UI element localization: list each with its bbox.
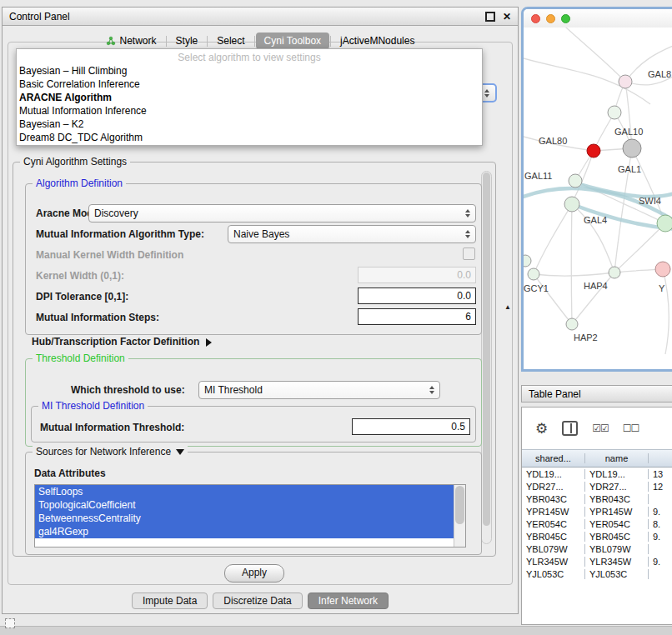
cell-shared-name: YLR345W xyxy=(522,557,585,567)
mi-steps-input[interactable] xyxy=(358,308,476,325)
sources-legend[interactable]: Sources for Network Inference xyxy=(33,446,188,458)
mi-steps-label: Mutual Information Steps: xyxy=(36,312,159,323)
table-row[interactable]: YBR043CYBR043C xyxy=(522,492,672,505)
apply-button[interactable]: Apply xyxy=(224,564,284,582)
table-panel-titlebar[interactable]: Table Panel xyxy=(521,385,672,402)
tab-bar: NetworkStyleSelectCyni ToolboxjActiveMNo… xyxy=(3,32,518,50)
attribute-item-topologicalcoefficient[interactable]: TopologicalCoefficient xyxy=(35,498,454,512)
hub-section-toggle[interactable]: Hub/Transcription Factor Definition xyxy=(32,336,212,348)
network-window-titlebar[interactable] xyxy=(524,9,672,28)
deselect-all-checkboxes-icon[interactable]: ☐☐ xyxy=(623,422,639,434)
algorithm-option-bayesian-k2[interactable]: Bayesian – K2 xyxy=(17,118,482,131)
data-attributes-list-items: SelfLoopsTopologicalCoefficientBetweenne… xyxy=(35,485,454,538)
network-node-hap2[interactable] xyxy=(566,318,578,330)
network-node-red[interactable] xyxy=(587,144,600,158)
table-row[interactable]: YJL053CYJL053C xyxy=(522,568,672,580)
table-row[interactable]: YDR27...YDR27...12 xyxy=(522,480,672,492)
bottom-tab-impute-data[interactable]: Impute Data xyxy=(132,592,208,609)
network-node-gcy1[interactable] xyxy=(528,268,539,280)
control-panel-title: Control Panel xyxy=(9,11,70,22)
table-header: shared... name xyxy=(522,449,672,468)
cell-extra: 8. xyxy=(649,519,672,529)
combo-arrows-icon xyxy=(465,209,470,218)
algorithm-option-dream8-dc-tdc-algorithm[interactable]: Dream8 DC_TDC Algorithm xyxy=(17,131,482,144)
which-threshold-select[interactable]: MI Threshold xyxy=(198,381,440,399)
split-handle-icon[interactable]: ▲ xyxy=(504,303,511,311)
network-node-green-top[interactable] xyxy=(608,106,621,119)
chevron-down-icon xyxy=(176,449,184,455)
algorithm-definition-legend: Algorithm Definition xyxy=(33,178,126,189)
select-all-checkboxes-icon[interactable]: ☑☑ xyxy=(592,422,609,434)
network-node-right-green[interactable] xyxy=(657,215,672,232)
network-node-pink-right[interactable] xyxy=(655,262,670,277)
close-icon[interactable]: ✕ xyxy=(503,11,511,22)
settings-scrollbar-thumb[interactable] xyxy=(483,172,490,526)
network-node-gal1[interactable] xyxy=(569,174,582,188)
tab-network[interactable]: Network xyxy=(98,32,165,49)
attribute-item-betweennesscentrality[interactable]: BetweennessCentrality xyxy=(35,512,454,525)
table-row[interactable]: YBL079WYBL079W xyxy=(522,542,672,555)
bottom-tab-infer-network[interactable]: Infer Network xyxy=(308,592,389,609)
table-row[interactable]: YPR145WYPR145W9. xyxy=(522,505,672,518)
zoom-traffic-light-icon[interactable] xyxy=(561,14,570,23)
attribute-item-gal4rgexp[interactable]: gal4RGexp xyxy=(35,525,454,538)
algorithm-option-aracne-algorithm[interactable]: ARACNE Algorithm xyxy=(17,91,482,104)
network-node-gal4[interactable] xyxy=(564,197,579,212)
cell-shared-name: YPR145W xyxy=(522,507,585,517)
network-node-pink-top[interactable] xyxy=(619,75,632,88)
tab-cyni-toolbox[interactable]: Cyni Toolbox xyxy=(256,32,329,49)
mi-threshold-input[interactable] xyxy=(352,418,470,435)
column-header-name[interactable]: name xyxy=(585,453,649,463)
mi-threshold-group: MI Threshold Definition Mutual Informati… xyxy=(31,406,476,442)
hub-section-label: Hub/Transcription Factor Definition xyxy=(32,336,199,348)
float-window-icon[interactable] xyxy=(485,12,495,22)
sources-group: Sources for Network Inference Data Attri… xyxy=(25,452,482,555)
network-node-left-edge[interactable] xyxy=(524,255,531,267)
mi-type-select[interactable]: Naive Bayes xyxy=(228,225,476,243)
network-view-window: GAL8GAL80GAL10GAL11GAL1SWI4GAL4GCY1HAP4Y… xyxy=(521,7,672,372)
algorithm-option-basic-correlation-inference[interactable]: Basic Correlation Inference xyxy=(17,78,482,91)
attribute-item-selfloops[interactable]: SelfLoops xyxy=(35,485,454,498)
close-traffic-light-icon[interactable] xyxy=(531,14,540,23)
table-row[interactable]: YLR345WYLR345W9. xyxy=(522,555,672,568)
table-row[interactable]: YBR045CYBR045C9. xyxy=(522,530,672,542)
dock-panel-icon[interactable] xyxy=(5,618,15,628)
network-canvas[interactable]: GAL8GAL80GAL10GAL11GAL1SWI4GAL4GCY1HAP4Y… xyxy=(524,28,672,369)
node-label-gal10: GAL10 xyxy=(614,127,643,137)
cell-shared-name: YBR045C xyxy=(522,532,585,542)
bottom-tab-discretize-data[interactable]: Discretize Data xyxy=(213,592,302,609)
cell-name: YER054C xyxy=(585,519,649,529)
cell-name: YLR345W xyxy=(585,557,649,567)
tab-jactivemnodules[interactable]: jActiveMNodules xyxy=(332,32,423,49)
cell-shared-name: YDL19... xyxy=(522,469,585,479)
algorithm-option-bayesian-hill-climbing[interactable]: Bayesian – Hill Climbing xyxy=(17,64,482,78)
network-node-mid[interactable] xyxy=(609,267,620,278)
cell-name: YJL053C xyxy=(585,569,649,579)
node-label-y: Y xyxy=(659,283,665,293)
tab-separator xyxy=(207,36,208,47)
minimize-traffic-light-icon[interactable] xyxy=(546,14,555,23)
algorithm-option-mutual-information-inference[interactable]: Mutual Information Inference xyxy=(17,104,482,118)
dpi-tolerance-input[interactable] xyxy=(358,288,476,304)
tab-label: Select xyxy=(217,35,244,47)
node-label-hap2: HAP2 xyxy=(574,332,598,342)
tab-style[interactable]: Style xyxy=(168,32,207,49)
aracne-mode-select[interactable]: Discovery xyxy=(88,204,476,222)
sources-legend-text: Sources for Network Inference xyxy=(36,446,171,458)
tab-select[interactable]: Select xyxy=(208,32,253,49)
data-attributes-list[interactable]: SelfLoopsTopologicalCoefficientBetweenne… xyxy=(34,484,466,548)
columns-icon[interactable] xyxy=(562,421,578,436)
list-scrollbar[interactable] xyxy=(454,485,465,547)
network-node-gal10[interactable] xyxy=(623,139,641,158)
manual-kernel-checkbox[interactable] xyxy=(463,248,475,260)
gear-icon[interactable]: ⚙ xyxy=(535,422,548,436)
control-panel-titlebar[interactable]: Control Panel ✕ xyxy=(3,8,518,26)
list-scrollbar-thumb[interactable] xyxy=(455,486,464,524)
column-header-shared-name[interactable]: shared... xyxy=(522,453,585,463)
table-row[interactable]: YDL19...YDL19...13 xyxy=(522,468,672,480)
table-row[interactable]: YER054CYER054C8. xyxy=(522,518,672,530)
kernel-width-input[interactable] xyxy=(358,267,476,283)
bottom-tab-bar: Impute DataDiscretize DataInfer Network xyxy=(3,592,518,609)
network-edge xyxy=(534,204,572,274)
settings-scrollbar[interactable] xyxy=(481,171,492,544)
